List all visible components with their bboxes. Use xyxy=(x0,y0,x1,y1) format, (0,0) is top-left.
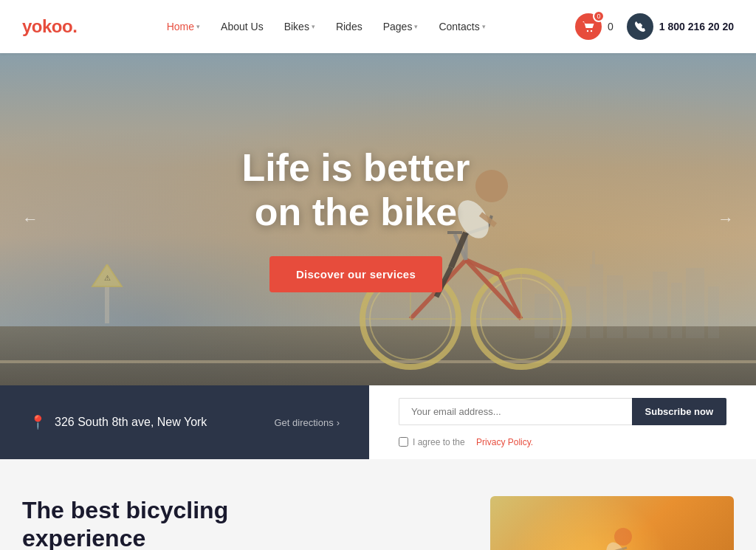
bottom-image xyxy=(490,496,734,550)
subscribe-button[interactable]: Subscribe now xyxy=(632,398,726,425)
road-sign: ⚠ xyxy=(89,264,126,326)
hero-prev-button[interactable]: ← xyxy=(15,202,46,236)
svg-rect-6 xyxy=(607,275,623,338)
logo[interactable]: yokoo. xyxy=(22,16,77,37)
svg-rect-14 xyxy=(105,286,109,323)
main-nav: Home ▾ About Us Bikes ▾ Rides xyxy=(167,21,486,32)
nav-label: Home xyxy=(167,21,194,32)
nav-label: Rides xyxy=(336,21,362,32)
hero-content: Life is better on the bike Discover our … xyxy=(241,146,470,293)
nav-label: About Us xyxy=(221,21,264,32)
address-info: 📍 326 South 8th ave, New York xyxy=(30,414,207,430)
nav-label: Contacts xyxy=(439,21,479,32)
logo-dot: . xyxy=(72,16,77,36)
email-input[interactable] xyxy=(399,398,632,425)
cart-button[interactable]: 0 0 xyxy=(575,13,614,40)
header-actions: 0 0 1 800 216 20 20 xyxy=(575,13,734,40)
svg-text:⚠: ⚠ xyxy=(104,274,111,282)
phone-icon xyxy=(627,13,653,40)
cart-count: 0 xyxy=(608,21,614,32)
header: yokoo. Home ▾ About Us Bikes ▾ xyxy=(0,0,756,53)
phone-button[interactable]: 1 800 216 20 20 xyxy=(627,13,734,40)
svg-point-31 xyxy=(475,170,508,202)
svg-point-0 xyxy=(587,30,588,32)
hero-next-button[interactable]: → xyxy=(710,202,741,236)
privacy-policy-checkbox[interactable] xyxy=(399,437,408,447)
hero-section: ⚠ xyxy=(0,53,756,385)
location-pin-icon: 📍 xyxy=(30,414,46,430)
address-bar: 📍 326 South 8th ave, New York Get direct… xyxy=(0,385,369,459)
hero-cta-button[interactable]: Discover our services xyxy=(269,256,442,292)
address-text: 326 South 8th ave, New York xyxy=(55,416,207,429)
nav-label: Pages xyxy=(383,21,413,32)
logo-text: yokoo xyxy=(22,16,72,36)
chevron-down-icon: ▾ xyxy=(196,23,200,30)
subscribe-form: Subscribe now xyxy=(399,398,726,425)
svg-rect-11 xyxy=(708,286,719,338)
bottom-title: The best bicycling experience xyxy=(22,496,229,550)
svg-rect-9 xyxy=(671,283,682,338)
chevron-down-icon: ▾ xyxy=(312,23,315,30)
chevron-down-icon: ▾ xyxy=(482,23,486,30)
svg-point-39 xyxy=(614,528,632,546)
info-subscribe-bar: 📍 326 South 8th ave, New York Get direct… xyxy=(0,385,756,459)
nav-item-pages[interactable]: Pages ▾ xyxy=(383,21,419,32)
phone-number: 1 800 216 20 20 xyxy=(659,21,734,32)
chevron-down-icon: ▾ xyxy=(414,23,418,30)
nav-item-contacts[interactable]: Contacts ▾ xyxy=(439,21,485,32)
policy-text: I agree to the xyxy=(413,437,465,447)
privacy-policy-link[interactable]: Privacy Policy. xyxy=(476,437,533,447)
bottom-image-inner xyxy=(490,496,734,550)
cart-badge: 0 xyxy=(593,10,605,22)
svg-rect-10 xyxy=(686,268,704,338)
privacy-policy-row: I agree to the Privacy Policy. xyxy=(399,437,726,447)
nav-item-about[interactable]: About Us xyxy=(221,21,264,32)
svg-rect-7 xyxy=(627,290,649,338)
cart-icon: 0 xyxy=(575,13,602,40)
arrow-left-icon: ← xyxy=(22,210,38,228)
nav-item-bikes[interactable]: Bikes ▾ xyxy=(284,21,315,32)
bottom-section: The best bicycling experience xyxy=(0,459,756,550)
nav-item-home[interactable]: Home ▾ xyxy=(167,21,200,32)
arrow-right-icon: → xyxy=(718,210,734,228)
hero-title: Life is better on the bike xyxy=(241,146,470,235)
directions-label: Get directions xyxy=(274,417,333,428)
nav-label: Bikes xyxy=(284,21,309,32)
get-directions-link[interactable]: Get directions › xyxy=(274,417,340,428)
nav-item-rides[interactable]: Rides xyxy=(336,21,362,32)
svg-point-1 xyxy=(591,30,592,32)
svg-rect-8 xyxy=(653,272,667,338)
subscribe-section: Subscribe now I agree to the Privacy Pol… xyxy=(369,385,756,459)
arrow-right-icon: › xyxy=(337,417,340,428)
bottom-text: The best bicycling experience xyxy=(22,496,461,550)
